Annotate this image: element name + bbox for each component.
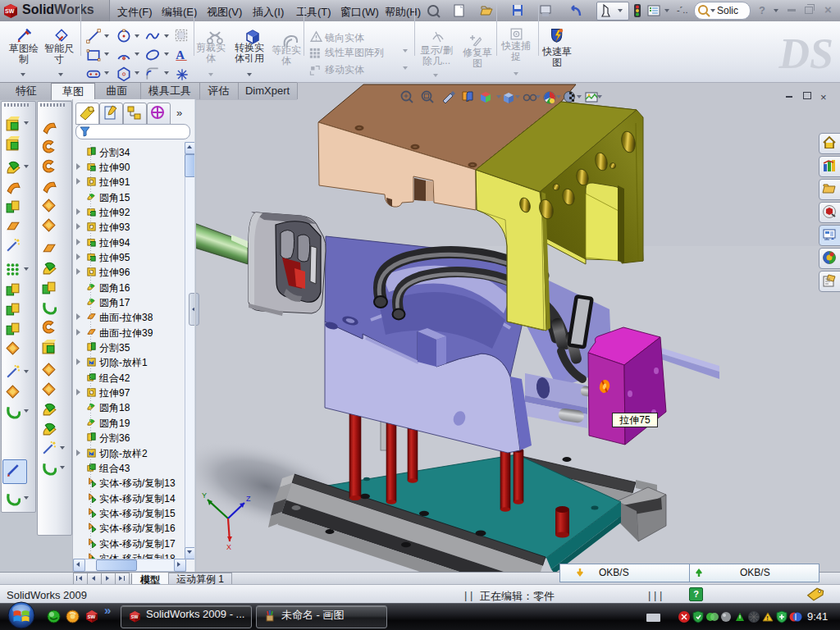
svg-text:X: X	[226, 543, 231, 551]
svg-text:SW: SW	[88, 614, 96, 619]
svg-text:Z: Z	[246, 495, 251, 503]
svg-text:A: A	[176, 48, 185, 62]
svg-text:SW: SW	[5, 8, 15, 14]
svg-text:!: !	[766, 614, 769, 622]
svg-text:Y: Y	[202, 491, 207, 500]
svg-text:SW: SW	[131, 614, 139, 619]
